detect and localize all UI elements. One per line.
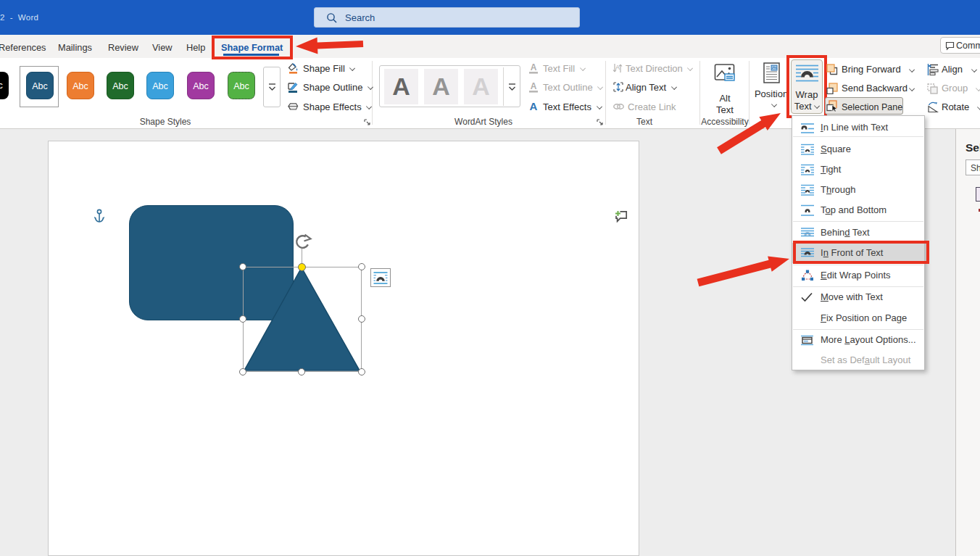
- svg-text:A: A: [615, 64, 620, 71]
- svg-text:A: A: [530, 101, 538, 112]
- svg-text:A: A: [531, 81, 537, 91]
- svg-text:A: A: [531, 62, 537, 72]
